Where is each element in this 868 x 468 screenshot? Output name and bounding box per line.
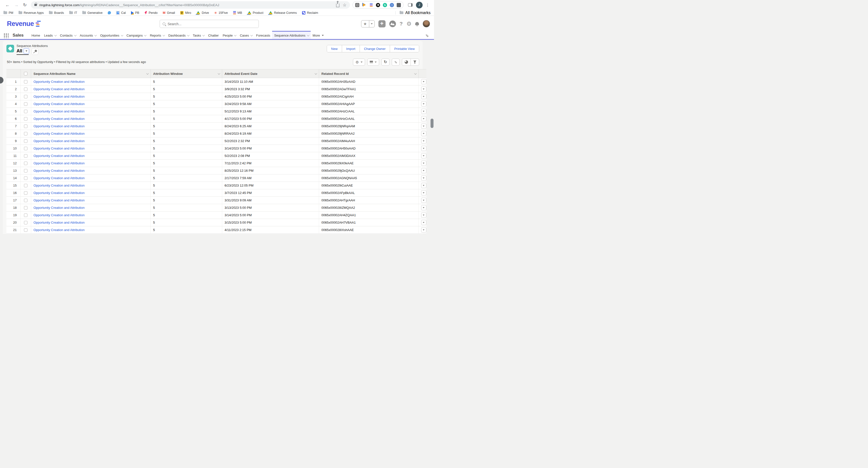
bookmark-pb[interactable]: PB: [131, 11, 140, 14]
favorites-button[interactable]: ★: [361, 20, 375, 27]
tab-cases[interactable]: Cases: [238, 32, 254, 39]
row-actions-dropdown[interactable]: [421, 183, 426, 188]
record-link[interactable]: Opportunity Creation and Attribution: [34, 95, 85, 98]
tab-leads[interactable]: Leads: [42, 32, 58, 39]
global-search[interactable]: [160, 20, 259, 28]
record-link[interactable]: Opportunity Creation and Attribution: [34, 161, 85, 165]
row-checkbox[interactable]: [24, 110, 27, 113]
row-checkbox[interactable]: [24, 169, 27, 173]
row-actions-dropdown[interactable]: [421, 109, 426, 114]
pie-button[interactable]: [402, 59, 410, 65]
record-link[interactable]: Opportunity Creation and Attribution: [34, 198, 85, 202]
import-button[interactable]: Import: [342, 45, 360, 52]
list-extension-icon[interactable]: [369, 3, 373, 7]
row-actions-dropdown[interactable]: [421, 176, 426, 181]
bookmark-pendo[interactable]: Pendo: [144, 11, 157, 14]
gear-button[interactable]: ⚙: [353, 59, 365, 66]
tab-chatter[interactable]: Chatter: [206, 32, 221, 39]
lock-icon[interactable]: [34, 4, 37, 6]
record-link[interactable]: Opportunity Creation and Attribution: [34, 206, 85, 210]
row-checkbox[interactable]: [24, 191, 27, 195]
row-checkbox[interactable]: [24, 102, 27, 106]
row-actions-dropdown[interactable]: [421, 168, 426, 173]
search-input[interactable]: [167, 22, 256, 26]
row-checkbox[interactable]: [24, 184, 27, 187]
record-link[interactable]: Opportunity Creation and Attribution: [34, 191, 85, 195]
puzzle-extension-icon[interactable]: [397, 3, 401, 7]
forward-icon[interactable]: →: [14, 2, 19, 8]
row-checkbox[interactable]: [24, 117, 27, 121]
setup-gear-icon[interactable]: ⚙: [406, 21, 411, 27]
record-link[interactable]: Opportunity Creation and Attribution: [34, 132, 85, 135]
bookmark-15five[interactable]: ✳15Five: [214, 11, 228, 14]
play-extension-icon[interactable]: [362, 3, 366, 7]
record-link[interactable]: Opportunity Creation and Attribution: [34, 154, 85, 158]
record-link[interactable]: Opportunity Creation and Attribution: [34, 184, 85, 187]
favorites-caret[interactable]: [369, 21, 374, 27]
tab-accounts[interactable]: Accounts: [78, 32, 98, 39]
favorites-star-icon[interactable]: ★: [361, 21, 369, 27]
row-actions-dropdown[interactable]: [421, 198, 426, 203]
vertical-scrollbar[interactable]: [431, 119, 434, 128]
tab-sequence-attributions[interactable]: Sequence Attributions: [272, 31, 310, 39]
row-checkbox[interactable]: [24, 221, 27, 224]
row-checkbox[interactable]: [24, 132, 27, 135]
row-actions-dropdown[interactable]: [421, 87, 426, 92]
row-checkbox[interactable]: [24, 199, 27, 202]
tab-people[interactable]: People: [221, 32, 238, 39]
tab-reports[interactable]: Reports: [148, 32, 166, 39]
revenue-logo[interactable]: Revenue: [7, 20, 41, 28]
all-bookmarks[interactable]: All Bookmarks: [396, 11, 431, 15]
row-actions-dropdown[interactable]: [421, 190, 426, 195]
row-checkbox[interactable]: [24, 228, 27, 232]
bookmark-product[interactable]: Product: [247, 11, 264, 14]
row-checkbox[interactable]: [24, 147, 27, 150]
funnel-button[interactable]: [410, 59, 419, 65]
notifications-bell-icon[interactable]: [415, 22, 419, 25]
bookmark-miro[interactable]: Miro: [180, 11, 191, 14]
row-actions-dropdown[interactable]: [421, 146, 426, 151]
row-checkbox[interactable]: [24, 162, 27, 165]
record-link[interactable]: Opportunity Creation and Attribution: [34, 110, 85, 113]
column-header-attributed-event-date[interactable]: Attributed Event Date: [222, 69, 319, 78]
row-actions-dropdown[interactable]: [421, 153, 426, 158]
tab-opportunities[interactable]: Opportunities: [98, 32, 124, 39]
browser-profile-avatar[interactable]: J: [416, 2, 423, 8]
record-link[interactable]: Opportunity Creation and Attribution: [34, 117, 85, 121]
row-checkbox[interactable]: [24, 139, 27, 143]
view-selector-caret[interactable]: [24, 49, 29, 53]
row-checkbox[interactable]: [24, 214, 27, 217]
bookmark-star-icon[interactable]: ☆: [343, 3, 346, 7]
camera-extension-icon[interactable]: [355, 3, 359, 7]
reload-icon[interactable]: ↻: [23, 2, 27, 8]
bookmark-it[interactable]: IT: [69, 11, 77, 14]
list-view-picker[interactable]: All: [17, 49, 29, 55]
global-actions-icon[interactable]: +: [378, 20, 385, 27]
help-icon[interactable]: ?: [400, 21, 403, 27]
record-link[interactable]: Opportunity Creation and Attribution: [34, 169, 85, 173]
bookmark-gmail[interactable]: MGmail: [163, 11, 175, 14]
pin-list-icon[interactable]: [32, 48, 38, 55]
address-bar[interactable]: ringdna.lightning.force.com /lightning/o…: [31, 1, 350, 9]
row-checkbox[interactable]: [24, 88, 27, 91]
clock-extension-icon[interactable]: [390, 3, 394, 7]
loom-extension-icon[interactable]: [376, 3, 380, 7]
edit-navigation-pencil-icon[interactable]: ✎: [425, 33, 429, 38]
browser-menu-icon[interactable]: ⋮: [426, 3, 430, 7]
row-actions-dropdown[interactable]: [421, 94, 426, 99]
tab-forecasts[interactable]: Forecasts: [254, 32, 272, 39]
row-actions-dropdown[interactable]: [421, 124, 426, 129]
row-actions-dropdown[interactable]: [421, 220, 426, 225]
bookmark-cal[interactable]: 28Cal: [116, 11, 126, 14]
printable-view-button[interactable]: Printable View: [390, 45, 419, 52]
record-link[interactable]: Opportunity Creation and Attribution: [34, 213, 85, 217]
side-panel-icon[interactable]: [408, 3, 412, 7]
bookmark-generative[interactable]: Generative: [82, 11, 102, 14]
bookmark-item[interactable]: [108, 11, 111, 14]
record-link[interactable]: Opportunity Creation and Attribution: [34, 124, 85, 128]
record-link[interactable]: Opportunity Creation and Attribution: [34, 80, 85, 84]
bookmark-revenue-apps[interactable]: Revenue Apps: [19, 11, 44, 14]
bookmark-boards[interactable]: Boards: [49, 11, 64, 14]
row-checkbox[interactable]: [24, 154, 27, 158]
row-checkbox[interactable]: [24, 177, 27, 180]
